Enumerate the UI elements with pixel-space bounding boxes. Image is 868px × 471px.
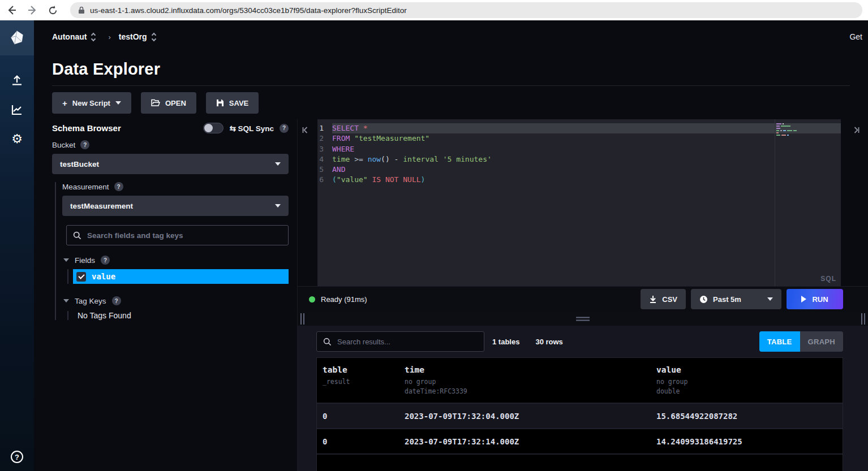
- back-icon[interactable]: [6, 4, 18, 16]
- code-line[interactable]: 4time >= now() - interval '5 minutes': [317, 154, 841, 165]
- account-switcher[interactable]: Autonaut: [52, 32, 87, 41]
- status-ready-icon: [309, 296, 315, 303]
- plus-icon: +: [62, 98, 67, 108]
- gear-icon[interactable]: ⚙: [0, 124, 34, 154]
- reload-icon[interactable]: [46, 4, 59, 16]
- sql-sync-toggle[interactable]: [203, 123, 224, 133]
- save-button[interactable]: SAVE: [206, 92, 259, 114]
- search-icon: [323, 338, 332, 346]
- results-table: table _result time no group dateTime:RFC…: [316, 357, 843, 471]
- fields-search: [66, 225, 289, 245]
- measurement-label: Measurement: [62, 183, 109, 191]
- sql-editor[interactable]: 1SELECT *2FROM "testMeasurement"3WHERE4t…: [298, 119, 868, 286]
- collapse-caret-icon: [63, 299, 69, 303]
- time-range-dropdown[interactable]: Past 5m: [691, 289, 781, 309]
- csv-download-button[interactable]: CSV: [641, 289, 686, 309]
- tab-table[interactable]: TABLE: [759, 331, 800, 352]
- account-updown-icon[interactable]: [92, 33, 95, 41]
- collapse-caret-icon: [63, 258, 69, 262]
- fields-tree-header[interactable]: Fields ?: [63, 256, 289, 265]
- right-splitter-handle-icon[interactable]: [861, 313, 865, 325]
- splitter-handle-icon[interactable]: [576, 317, 590, 321]
- collapse-editor-icon[interactable]: [302, 126, 310, 134]
- results-search-input[interactable]: [337, 338, 478, 346]
- fields-search-input[interactable]: [87, 231, 282, 240]
- main-area: Autonaut › testOrg Get Data Explorer + N…: [34, 20, 868, 471]
- code-line[interactable]: 5AND: [317, 165, 841, 175]
- graph-icon[interactable]: [0, 95, 34, 124]
- code-line[interactable]: 3WHERE: [317, 144, 841, 154]
- expand-panel-icon[interactable]: [852, 126, 860, 134]
- clock-icon: [699, 295, 708, 304]
- help-icon[interactable]: ?: [11, 451, 23, 463]
- code-line[interactable]: 1SELECT *: [317, 123, 841, 133]
- results-header: 1 tables 30 rows TABLE GRAPH: [316, 326, 843, 357]
- tab-graph[interactable]: GRAPH: [800, 331, 843, 352]
- view-toggle: TABLE GRAPH: [759, 331, 843, 352]
- measurement-dropdown[interactable]: testMeasurement: [62, 196, 289, 216]
- fields-help-icon[interactable]: ?: [101, 256, 110, 265]
- org-updown-icon[interactable]: [152, 33, 156, 41]
- breadcrumb-separator-icon: ›: [108, 33, 110, 41]
- sync-arrows-icon: ⇆: [229, 124, 235, 133]
- lock-icon: [78, 6, 85, 14]
- search-icon: [73, 231, 81, 240]
- org-switcher[interactable]: testOrg: [119, 32, 147, 41]
- no-tags-message: No Tags Found: [78, 311, 289, 320]
- status-text: Ready (91ms): [321, 295, 367, 304]
- fields-label: Fields: [75, 256, 95, 265]
- tag-keys-tree-header[interactable]: Tag Keys ?: [63, 296, 289, 305]
- measurement-help-icon[interactable]: ?: [114, 182, 123, 191]
- url-text: us-east-1-1.aws.cloud2.influxdata.com/or…: [90, 6, 407, 15]
- sql-sync-help-icon[interactable]: ?: [280, 124, 289, 133]
- page-title: Data Explorer: [52, 60, 850, 79]
- page-head: Data Explorer: [34, 53, 868, 86]
- influxdb-logo-icon[interactable]: [0, 20, 34, 55]
- nav-rail: ⚙ ?: [0, 20, 34, 471]
- bucket-dropdown[interactable]: testBucket: [52, 154, 289, 174]
- play-icon: [801, 296, 806, 303]
- horizontal-splitter[interactable]: [298, 312, 868, 326]
- sql-sync-label: ⇆ SQL Sync: [229, 124, 274, 133]
- rows-count: 30 rows: [535, 338, 562, 346]
- upload-icon[interactable]: [0, 66, 34, 95]
- tag-keys-list: No Tags Found: [67, 311, 289, 320]
- new-script-button[interactable]: + New Script: [52, 92, 131, 114]
- get-link[interactable]: Get: [849, 32, 863, 41]
- app: ⚙ ? Autonaut › testOrg Get Data Explorer: [0, 20, 868, 471]
- script-toolbar: + New Script OPEN SAVE: [34, 86, 868, 119]
- field-item-value[interactable]: value: [73, 269, 289, 284]
- bucket-help-icon[interactable]: ?: [80, 140, 89, 149]
- code-lines[interactable]: 1SELECT *2FROM "testMeasurement"3WHERE4t…: [317, 119, 841, 286]
- results-panel: 1 tables 30 rows TABLE GRAPH table: [298, 326, 868, 471]
- folder-icon: [151, 99, 160, 107]
- code-line[interactable]: 6("value" IS NOT NULL): [317, 175, 841, 185]
- screen: us-east-1-1.aws.cloud2.influxdata.com/or…: [0, 0, 868, 471]
- tables-count: 1 tables: [492, 338, 519, 346]
- url-bar[interactable]: us-east-1-1.aws.cloud2.influxdata.com/or…: [70, 2, 862, 18]
- schema-browser-panel: Schema Browser ⇆ SQL Sync ? Bucket ? tes…: [34, 119, 297, 471]
- checkbox-checked-icon[interactable]: [76, 272, 86, 282]
- table-row[interactable]: 0 2023-07-09T17:32:04.000Z 15.6854492208…: [317, 403, 843, 428]
- breadcrumb: Autonaut › testOrg Get: [34, 20, 868, 53]
- results-search: [316, 331, 484, 352]
- floppy-icon: [216, 99, 224, 107]
- chevron-down-icon: [767, 297, 773, 301]
- column-header-time: time no group dateTime:RFC3339: [405, 365, 656, 396]
- column-header-table: table _result: [323, 365, 405, 396]
- tag-keys-help-icon[interactable]: ?: [112, 296, 121, 305]
- schema-browser-title: Schema Browser: [52, 123, 121, 133]
- open-button[interactable]: OPEN: [141, 92, 196, 114]
- left-splitter-handle-icon[interactable]: [300, 313, 304, 325]
- table-row[interactable]: 0 2023-07-09T17:32:14.000Z 14.2409931864…: [317, 428, 843, 453]
- query-status-bar: Ready (91ms) CSV: [298, 286, 868, 312]
- results-table-header: table _result time no group dateTime:RFC…: [317, 358, 843, 403]
- column-header-value: value no group double: [656, 365, 843, 396]
- download-icon: [649, 295, 657, 304]
- code-line[interactable]: 2FROM "testMeasurement": [317, 133, 841, 144]
- tag-keys-label: Tag Keys: [75, 297, 106, 305]
- forward-icon[interactable]: [26, 4, 38, 16]
- workspace: Schema Browser ⇆ SQL Sync ? Bucket ? tes…: [34, 119, 868, 471]
- editor-right-strip: [841, 119, 868, 286]
- run-button[interactable]: RUN: [787, 289, 843, 309]
